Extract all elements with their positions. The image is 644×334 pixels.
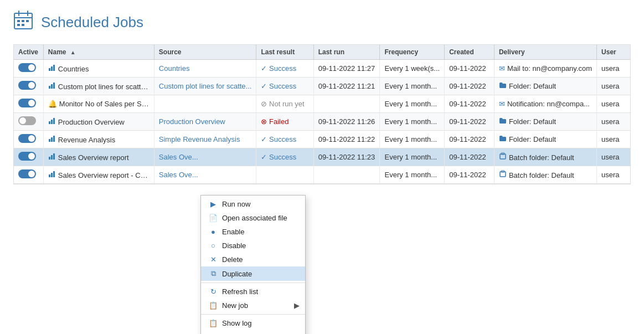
source-link[interactable]: Sales Ove... [159,153,198,161]
job-source-cell: Simple Revenue Analysis [154,131,256,148]
source-link[interactable]: Countries [159,64,190,73]
job-frequency-cell: Every 1 month... [380,78,445,95]
svg-rect-8 [22,24,24,26]
source-link[interactable]: Production Overview [159,117,225,126]
table-row[interactable]: Sales Overview reportSales Ove...✓ Succe… [14,148,630,166]
job-lastrun-cell: 09-11-2022 11:26 [313,113,380,131]
job-frequency-cell: Every 1 month... [380,148,445,166]
source-link[interactable]: Custom plot lines for scatte... [159,82,252,90]
menu-item-label: Duplicate [222,270,252,278]
job-user-cell: usera [597,148,630,166]
job-source-cell: Sales Ove... [154,148,256,166]
status-badge: ✓ Success [261,82,296,90]
job-delivery-cell: Batch folder: Default [494,166,596,184]
table-row[interactable]: Custom plot lines for scatter and ...Cus… [14,78,630,95]
menu-item-icon: 📋 [209,301,218,310]
context-menu-item-open-associated-file[interactable]: 📄Open associated file [201,211,305,225]
status-badge: ✓ Success [261,64,296,73]
active-toggle[interactable] [18,116,36,125]
delivery-text: Folder: Default [509,82,556,90]
job-frequency-cell: Every 1 month... [380,113,445,131]
menu-item-label: New job [222,301,248,310]
active-toggle[interactable] [18,63,36,72]
job-delivery-cell: ✉Notification: nn@compa... [494,95,596,113]
job-created-cell: 09-11-2022 [445,113,494,131]
bell-icon: 🔔 [48,100,57,108]
context-menu-item-new-job[interactable]: 📋New job▶ [201,299,305,312]
context-menu-item-enable[interactable]: ●Enable [201,225,305,239]
active-toggle[interactable] [18,169,36,178]
svg-rect-7 [17,24,20,26]
active-toggle[interactable] [18,99,36,107]
delivery-text: Folder: Default [509,135,556,143]
context-menu-item-refresh-list[interactable]: ↻Refresh list [201,285,305,299]
job-delivery-cell: Folder: Default [494,78,596,95]
job-created-cell: 09-11-2022 [445,95,494,113]
submenu-arrow-icon: ▶ [294,301,300,310]
context-menu-item-run-now[interactable]: ▶Run now [201,197,305,211]
context-menu-item-properties[interactable]: ⚙Properties [201,330,305,334]
delivery-text: Notification: nn@compa... [507,100,590,108]
jobs-table-wrapper: Active Name ▲ Source Last result Last ru… [13,44,631,184]
job-created-cell: 09-11-2022 [445,78,494,95]
delivery-text: Batch folder: Default [509,153,574,162]
chart-icon [48,136,56,144]
job-lastresult-cell: ✓ Success [256,60,313,78]
source-link[interactable]: Simple Revenue Analysis [159,135,240,143]
table-row[interactable]: Revenue AnalysisSimple Revenue Analysis✓… [14,131,630,148]
svg-rect-14 [53,83,55,89]
job-lastresult-cell: ✓ Success [256,131,313,148]
svg-rect-20 [53,136,55,142]
col-header-user: User [597,45,630,60]
context-menu-item-duplicate[interactable]: ⧉Duplicate [201,266,305,281]
job-delivery-cell: ✉Mail to: nn@company.com [494,60,596,78]
menu-item-icon: ↻ [209,287,218,296]
menu-item-icon: ✕ [209,255,218,264]
col-header-name[interactable]: Name ▲ [43,45,154,60]
job-lastresult-cell [256,166,313,184]
source-link[interactable]: Sales Ove... [159,171,198,179]
job-name: Countries [58,65,89,73]
delivery-icon [499,117,507,126]
job-lastrun-cell: 09-11-2022 11:23 [313,148,380,166]
job-name-cell: 🔔Monitor No of Sales per Salesper... [43,95,154,113]
active-toggle[interactable] [18,152,36,161]
active-toggle[interactable] [18,81,36,90]
delivery-icon [499,171,507,179]
svg-rect-22 [51,155,53,160]
job-lastrun-cell: 09-11-2022 11:27 [313,60,380,78]
job-name: Revenue Analysis [58,136,115,144]
table-row[interactable]: CountriesCountries✓ Success09-11-2022 11… [14,60,630,78]
menu-item-label: Open associated file [222,214,287,222]
active-toggle[interactable] [18,134,36,143]
delivery-icon [499,82,507,90]
status-badge: ⊗ Failed [261,117,288,126]
chart-icon [48,65,56,73]
col-header-lastrun: Last run [313,45,380,60]
page-container: Scheduled Jobs Active Name ▲ Source [0,0,644,184]
table-row[interactable]: 🔔Monitor No of Sales per Salesper...⊘ No… [14,95,630,113]
menu-item-icon: ▶ [209,200,218,208]
svg-rect-21 [49,157,50,160]
context-menu-item-disable[interactable]: ○Disable [201,239,305,253]
job-name: Monitor No of Sales per Salesper... [59,100,154,108]
delivery-text: Mail to: nn@company.com [507,64,592,73]
page-title: Scheduled Jobs [41,14,143,31]
job-name-cell: Countries [43,60,154,78]
job-name: Sales Overview report [58,153,129,162]
job-name-cell: Revenue Analysis [43,131,154,148]
context-menu-item-delete[interactable]: ✕Delete [201,253,305,266]
table-row[interactable]: Production OverviewProduction Overview⊗ … [14,113,630,131]
table-row[interactable]: Sales Overview report - CopySales Ove...… [14,166,630,184]
delivery-icon [499,135,507,143]
svg-rect-23 [53,153,55,160]
context-menu-item-show-log[interactable]: 📋Show log [201,316,305,330]
job-source-cell: Countries [154,60,256,78]
status-badge: ⊘ Not run yet [261,100,304,108]
svg-rect-9 [49,68,50,71]
menu-item-icon: ⧉ [209,269,218,278]
delivery-text: Folder: Default [509,117,556,126]
job-created-cell: 09-11-2022 [445,166,494,184]
job-name: Production Overview [58,118,125,126]
menu-item-icon: ○ [209,241,218,250]
